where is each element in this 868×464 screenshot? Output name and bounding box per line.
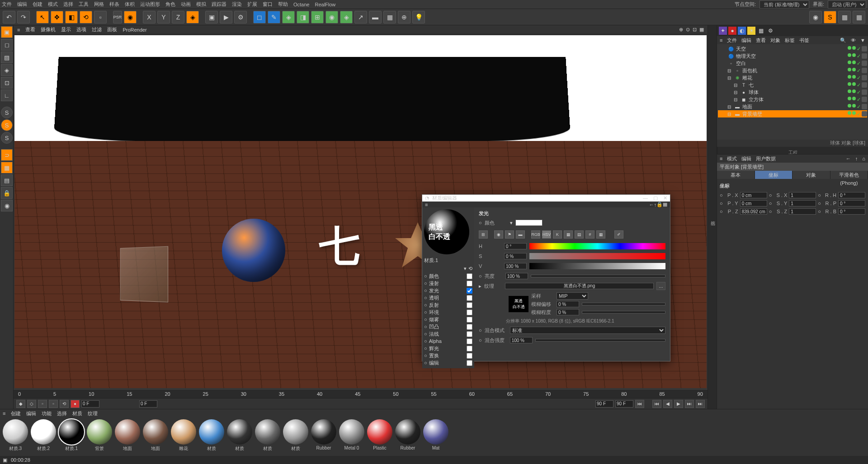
key-opt2[interactable]: ▫ [49, 400, 58, 408]
channel-checkbox[interactable] [467, 302, 472, 308]
blur-offset-slider[interactable] [582, 303, 665, 305]
menu-character[interactable]: 角色 [165, 1, 175, 8]
gear-icon[interactable]: ⚙ [766, 27, 774, 35]
lock-icon[interactable]: 🔒 [656, 202, 663, 207]
material-item[interactable]: 材质 [282, 419, 309, 454]
render-view[interactable]: ▣ [205, 11, 218, 23]
render-dot[interactable] [852, 89, 856, 93]
am-mode[interactable]: 模式 [727, 155, 737, 162]
tag-icon[interactable] [862, 111, 867, 117]
material-item[interactable]: Metal 0 [338, 419, 365, 454]
goto-end[interactable]: ⏭ [696, 400, 705, 408]
render-dot[interactable] [852, 68, 856, 71]
check-icon[interactable]: ✓ [857, 53, 861, 59]
material-item[interactable]: Rubber [394, 419, 421, 454]
render-dot[interactable] [852, 82, 856, 86]
blend-strength-slider[interactable] [535, 339, 665, 342]
last-tool[interactable]: ▫ [94, 11, 107, 23]
radio-icon[interactable]: ○ [479, 273, 482, 279]
sat-input[interactable] [504, 253, 527, 259]
channel-法线[interactable]: ○法线 [424, 330, 472, 337]
mode-edge[interactable]: ∟ [1, 89, 13, 101]
home-icon[interactable]: ⌂ [862, 156, 865, 161]
menu-mograph[interactable]: 运动图形 [140, 1, 160, 8]
brightness-input[interactable] [505, 273, 528, 279]
timeline-ruler[interactable]: 051015202530354045505560657075808590 [14, 389, 708, 398]
mm-edit[interactable]: 编辑 [26, 410, 36, 417]
render-dot[interactable] [852, 75, 856, 79]
right-tab-project[interactable]: 工程 [717, 147, 868, 154]
material-item[interactable]: 材质 [198, 419, 225, 454]
grid2-icon[interactable]: ▤ [575, 230, 584, 239]
channel-checkbox[interactable] [467, 309, 472, 315]
magic-icon[interactable]: ✦ [719, 27, 727, 35]
vp-options[interactable]: 选项 [76, 26, 86, 33]
visible-dot[interactable] [848, 46, 851, 50]
coord-input[interactable] [789, 208, 816, 215]
swatch-icon[interactable]: ▬ [516, 230, 525, 239]
hamburger-icon[interactable]: ≡ [17, 27, 20, 33]
step-fwd[interactable]: ⏭ [685, 400, 694, 408]
undo-button[interactable]: ↶ [3, 11, 15, 23]
visible-dot[interactable] [848, 97, 851, 100]
texture-file-input[interactable] [505, 283, 654, 289]
vp-display[interactable]: 显示 [61, 26, 71, 33]
material-name-field[interactable]: 材质.1 [424, 256, 472, 265]
add-light[interactable]: ⊕ [398, 11, 410, 23]
am-edit[interactable]: 编辑 [741, 155, 751, 162]
brightness-slider[interactable] [531, 275, 665, 277]
radio-icon[interactable]: ○ [479, 328, 482, 333]
key-opt3[interactable]: ⟲ [60, 400, 69, 408]
color-swatch[interactable] [515, 220, 542, 226]
hamburger-icon[interactable]: ≡ [425, 202, 428, 207]
sun-icon[interactable]: ☀ [747, 27, 755, 35]
channel-checkbox[interactable] [467, 288, 472, 294]
radio-icon[interactable]: ○ [479, 337, 482, 343]
grid3-icon[interactable]: ▦ [596, 230, 605, 239]
texture-browse-button[interactable]: … [656, 282, 665, 290]
dialog-titlebar[interactable]: ◔ 材质编辑器 — ▢ ✕ [422, 195, 670, 202]
channel-编辑[interactable]: ○编辑 [424, 359, 472, 366]
channel-checkbox[interactable] [467, 360, 472, 366]
menu-spline[interactable]: 样条 [109, 1, 119, 8]
channel-checkbox[interactable] [467, 346, 472, 352]
mm-material[interactable]: 材质 [72, 410, 82, 417]
play-fwd[interactable]: ▶ [674, 400, 683, 408]
grid-icon[interactable]: ▦ [663, 202, 667, 207]
tree-row[interactable]: ▫空白✓ [718, 60, 867, 67]
tree-row[interactable]: ⊟▫面包机✓ [718, 67, 867, 74]
snap-s2[interactable]: S [1, 119, 13, 131]
key-prev[interactable]: ◆ [16, 400, 25, 408]
vp-filter[interactable]: 过滤 [92, 26, 102, 33]
select-tool[interactable]: ↖ [36, 11, 49, 23]
picker-icon[interactable]: ⊞ [479, 230, 488, 239]
check-icon[interactable]: ✓ [857, 89, 861, 95]
minimize-button[interactable]: — [643, 195, 648, 201]
search-icon[interactable]: 🔍 [840, 37, 846, 43]
back-icon[interactable]: ← [649, 202, 654, 207]
refresh-icon[interactable]: ⟲ [468, 266, 472, 272]
eye-icon[interactable]: 👁 [851, 37, 856, 43]
coord-input[interactable] [740, 192, 767, 198]
channel-checkbox[interactable] [467, 273, 472, 279]
texture-thumb[interactable]: 黑透白不透 [509, 296, 528, 312]
channel-置换[interactable]: ○置换 [424, 352, 472, 359]
material-item[interactable]: 背景 [86, 419, 113, 454]
grid1-icon[interactable]: ▦ [564, 230, 573, 239]
om-file[interactable]: 文件 [727, 37, 737, 44]
plugin-3[interactable]: ▦ [838, 11, 851, 23]
soft-select[interactable]: ◉ [1, 200, 13, 211]
mode-workplane[interactable]: ◈ [1, 64, 13, 76]
vp-nav1-icon[interactable]: ⊕ [679, 27, 683, 33]
vp-panel[interactable]: 面板 [107, 26, 117, 33]
add-light2[interactable]: 💡 [412, 11, 425, 23]
channel-烟雾[interactable]: ○烟雾 [424, 316, 472, 323]
key-auto[interactable]: ◇ [27, 400, 36, 408]
coord-input[interactable] [838, 192, 865, 198]
material-item[interactable]: 材质 [226, 419, 253, 454]
wheel-icon[interactable]: ◉ [494, 230, 503, 239]
material-item[interactable]: Mat [422, 419, 449, 454]
coord-input[interactable] [740, 208, 767, 215]
visible-dot[interactable] [848, 61, 851, 64]
check-icon[interactable]: ✓ [857, 61, 861, 66]
